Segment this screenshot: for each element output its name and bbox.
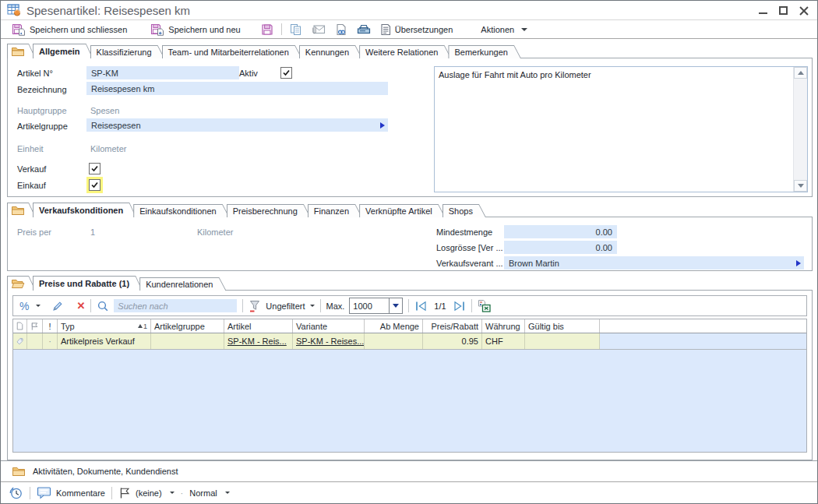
prices-tabstrip: Preise und Rabatte (1) Kundenrelationen bbox=[7, 276, 223, 291]
titlebar: Spesenartikel: Reisespesen km bbox=[1, 1, 817, 20]
close-icon[interactable] bbox=[799, 6, 808, 15]
search-input[interactable] bbox=[114, 299, 237, 312]
tab-finanzen[interactable]: Finanzen bbox=[308, 204, 362, 217]
actions-menu-button[interactable]: Aktionen bbox=[476, 24, 532, 35]
bezeichnung-field[interactable]: Reisespesen km bbox=[86, 82, 388, 95]
filter-dropdown-icon[interactable] bbox=[310, 305, 315, 307]
tab-kennungen[interactable]: Kennungen bbox=[299, 45, 362, 58]
max-select[interactable]: 1000 bbox=[349, 298, 403, 314]
row-variante-link[interactable]: SP-KM - Reises... bbox=[293, 333, 365, 349]
tab-allgemein[interactable]: Allgemein bbox=[33, 44, 93, 58]
tab-weitere-relationen[interactable]: Weitere Relationen bbox=[359, 45, 451, 58]
mail-icon bbox=[312, 23, 326, 35]
excel-export-icon[interactable] bbox=[478, 299, 491, 312]
table-row[interactable]: · Artikelpreis Verkauf SP-KM - Reis... S… bbox=[13, 333, 806, 350]
tab-einkaufskonditionen[interactable]: Einkaufskonditionen bbox=[133, 204, 229, 217]
minimize-icon[interactable] bbox=[759, 6, 767, 15]
email-button[interactable] bbox=[307, 23, 330, 36]
einkauf-checkbox[interactable] bbox=[89, 179, 100, 191]
tab-kundenrelationen[interactable]: Kundenrelationen bbox=[139, 277, 226, 291]
artikelgruppe-field[interactable]: Reisespesen bbox=[86, 118, 388, 132]
percent-icon[interactable]: % bbox=[19, 300, 29, 312]
tab-klassifizierung[interactable]: Klassifizierung bbox=[90, 45, 165, 58]
aktiv-checkbox[interactable] bbox=[280, 67, 292, 79]
tab-preisberechnung[interactable]: Preisberechnung bbox=[227, 204, 311, 217]
page-indicator: 1/1 bbox=[434, 301, 446, 311]
activities-section[interactable]: Aktivitäten, Dokumente, Kundendienst bbox=[1, 460, 817, 481]
losgroesse-label: Losgrösse [Ver ... bbox=[436, 243, 503, 252]
tab-team-mitarbeiterrelationen[interactable]: Team- und Mitarbeiterrelationen bbox=[162, 45, 302, 58]
sort-ascending-icon: 1 bbox=[138, 322, 147, 330]
flag-status-icon[interactable] bbox=[118, 487, 131, 499]
scroll-up-icon[interactable] bbox=[794, 67, 807, 79]
column-header-typ[interactable]: Typ 1 bbox=[58, 319, 151, 333]
document-icon bbox=[16, 321, 23, 331]
description-textarea[interactable]: Auslage für Fahrt mit Auto pro Kilometer bbox=[434, 66, 808, 192]
statusbar: Kommentare (keine) · Normal bbox=[1, 481, 817, 503]
artikel-no-field[interactable]: SP-KM bbox=[86, 66, 239, 79]
verkauf-label: Verkauf bbox=[17, 164, 46, 174]
tab-verknuepfte-artikel[interactable]: Verknüpfte Artikel bbox=[359, 204, 446, 217]
print-button[interactable] bbox=[352, 23, 376, 36]
window-icon bbox=[7, 4, 21, 16]
copy-button[interactable] bbox=[285, 23, 307, 37]
link-button[interactable] bbox=[330, 23, 352, 37]
tab-verkaufskonditionen[interactable]: Verkaufskonditionen bbox=[33, 203, 136, 217]
row-gueltig-bis-cell bbox=[525, 333, 600, 349]
column-header-gueltig-bis[interactable]: Gültig bis bbox=[525, 319, 600, 333]
save-and-close-button[interactable]: Speichern und schliessen bbox=[7, 23, 132, 37]
scroll-down-icon[interactable] bbox=[794, 180, 807, 192]
description-scrollbar[interactable] bbox=[793, 67, 807, 192]
column-header-record[interactable] bbox=[13, 319, 27, 333]
lookup-arrow-icon[interactable] bbox=[380, 122, 385, 129]
column-header-waehrung[interactable]: Währung bbox=[482, 319, 525, 333]
max-label: Max. bbox=[326, 301, 345, 311]
verkaufsverantwortlicher-field[interactable]: Brown Martin bbox=[504, 256, 804, 270]
verkauf-checkbox[interactable] bbox=[89, 163, 100, 174]
lookup-arrow-icon[interactable] bbox=[796, 260, 801, 266]
tab-shops[interactable]: Shops bbox=[442, 204, 486, 217]
save-button[interactable] bbox=[256, 23, 278, 37]
comments-icon[interactable] bbox=[37, 486, 51, 499]
priority-dropdown-icon[interactable] bbox=[225, 492, 230, 494]
filter-label[interactable]: Ungefiltert bbox=[266, 301, 305, 311]
hauptgruppe-label: Hauptgruppe bbox=[17, 106, 67, 115]
translations-button[interactable]: Übersetzungen bbox=[376, 23, 458, 37]
flag-value[interactable]: (keine) bbox=[136, 488, 162, 498]
column-header-preis-rabatt[interactable]: Preis/Rabatt bbox=[423, 319, 482, 333]
row-ab-menge-cell bbox=[365, 333, 423, 349]
row-waehrung-cell: CHF bbox=[482, 333, 525, 349]
column-header-priority[interactable]: ! bbox=[43, 319, 58, 333]
column-header-artikelgruppe[interactable]: Artikelgruppe bbox=[151, 319, 224, 333]
artikelgruppe-label: Artikelgruppe bbox=[17, 122, 68, 131]
filter-funnel-icon[interactable] bbox=[249, 299, 261, 312]
comments-label[interactable]: Kommentare bbox=[56, 488, 105, 498]
column-header-ab-menge[interactable]: Ab Menge bbox=[365, 319, 423, 333]
first-page-icon[interactable] bbox=[414, 301, 428, 312]
delete-icon[interactable]: ✕ bbox=[76, 300, 85, 312]
column-header-variante[interactable]: Variante bbox=[293, 319, 365, 333]
price-tag-icon bbox=[16, 336, 23, 347]
max-dropdown-button[interactable] bbox=[389, 298, 402, 313]
tab-bemerkungen[interactable]: Bemerkungen bbox=[448, 45, 521, 58]
edit-pencil-icon[interactable] bbox=[51, 300, 64, 312]
priority-value[interactable]: Normal bbox=[189, 488, 217, 498]
column-header-flag[interactable] bbox=[27, 319, 43, 333]
maximize-icon[interactable] bbox=[779, 6, 788, 15]
einkauf-label: Einkauf bbox=[17, 181, 46, 190]
save-and-new-button[interactable]: Speichern und neu bbox=[146, 23, 245, 37]
column-header-artikel[interactable]: Artikel bbox=[224, 319, 293, 333]
percent-dropdown-icon[interactable] bbox=[36, 305, 41, 307]
losgroesse-field[interactable]: 0.00 bbox=[504, 241, 617, 254]
flag-dropdown-icon[interactable] bbox=[170, 492, 175, 494]
folder-tab-main bbox=[7, 44, 36, 58]
row-tag-icon-cell[interactable] bbox=[13, 333, 27, 349]
row-artikelgruppe-cell bbox=[151, 333, 224, 349]
search-icon[interactable] bbox=[97, 300, 109, 312]
row-artikel-link[interactable]: SP-KM - Reis... bbox=[224, 333, 293, 349]
history-clock-icon[interactable] bbox=[9, 486, 23, 500]
tab-preise-und-rabatte[interactable]: Preise und Rabatte (1) bbox=[33, 276, 143, 291]
mindestmenge-field[interactable]: 0.00 bbox=[504, 225, 617, 238]
last-page-icon[interactable] bbox=[453, 301, 466, 312]
statusbar-separator bbox=[30, 487, 30, 499]
